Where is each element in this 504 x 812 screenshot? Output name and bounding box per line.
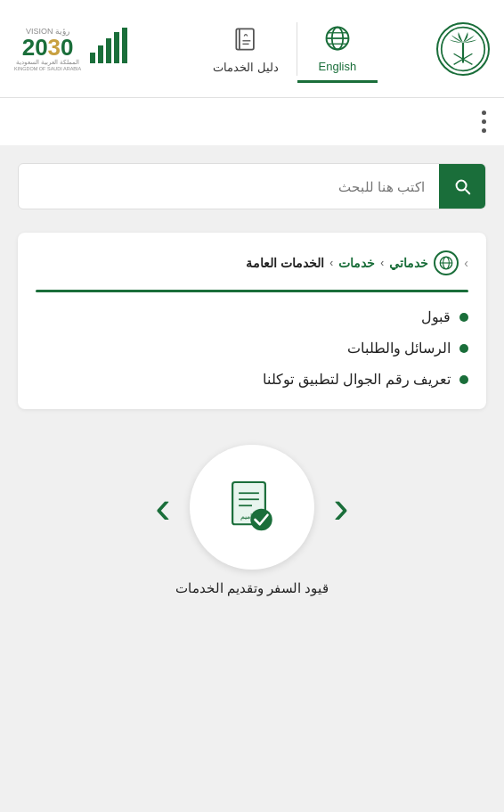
svg-rect-16 (122, 28, 127, 63)
vision-2030-logo: VISION رؤية 2030 المملكة العربية السعودي… (14, 27, 81, 71)
bullet-icon-2 (459, 344, 468, 353)
search-bar (18, 163, 486, 209)
search-button[interactable] (439, 163, 485, 209)
menu-bar (0, 98, 504, 145)
service-item-3[interactable]: تعريف رقم الجوال لتطبيق توكلنا (36, 371, 468, 388)
service-item-2[interactable]: الرسائل والطلبات (36, 340, 468, 357)
government-logo (436, 22, 490, 76)
nav-divider (297, 22, 297, 76)
search-section (0, 145, 504, 218)
chevron-right-icon: › (155, 480, 170, 534)
dot-3 (482, 128, 486, 133)
dot-2 (482, 119, 486, 124)
breadcrumb: › خدماتي › خدمات › الخدمات العامة (36, 250, 468, 275)
breadcrumb-sep-1: › (380, 257, 384, 269)
carousel-icon: تعاميم (216, 472, 288, 543)
carousel-prev-button[interactable]: ‹ (314, 480, 368, 534)
breadcrumb-item-1[interactable]: خدماتي (389, 256, 428, 270)
header-nav: English دليل الخدمات (195, 15, 378, 83)
absha-logo (88, 28, 133, 70)
header: English دليل الخدمات (0, 0, 504, 98)
bullet-icon-3 (459, 375, 468, 384)
service-label-1: قبول (421, 308, 451, 325)
svg-point-25 (250, 509, 272, 531)
service-list: قبول الرسائل والطلبات تعريف رقم الجوال ل… (36, 308, 468, 388)
breadcrumb-arrow: › (464, 256, 468, 270)
carousel-next-button[interactable]: › (136, 480, 190, 534)
services-card: › خدماتي › خدمات › الخدمات العامة قبول ا… (18, 233, 486, 409)
breadcrumb-globe-icon (434, 250, 459, 275)
service-label-3: تعريف رقم الجوال لتطبيق توكلنا (263, 371, 451, 388)
carousel-section: ‹ تعاميم › (0, 427, 504, 618)
search-icon (452, 176, 472, 196)
dot-1 (482, 111, 486, 115)
services-guide-tab[interactable]: دليل الخدمات (195, 15, 297, 83)
svg-rect-13 (98, 45, 103, 63)
services-guide-label: دليل الخدمات (213, 61, 279, 74)
carousel-item-circle[interactable]: تعاميم (190, 445, 314, 570)
svg-rect-15 (114, 32, 119, 63)
breadcrumb-item-2[interactable]: خدمات (338, 256, 375, 270)
svg-rect-14 (106, 38, 111, 63)
section-underline (36, 290, 468, 292)
book-icon (230, 23, 262, 55)
english-tab[interactable]: English (297, 15, 378, 83)
search-input[interactable] (19, 179, 439, 194)
english-label: English (319, 60, 357, 73)
menu-dots[interactable] (482, 111, 486, 133)
vision-logos: VISION رؤية 2030 المملكة العربية السعودي… (14, 27, 136, 71)
breadcrumb-item-3: الخدمات العامة (246, 256, 324, 270)
chevron-left-icon: ‹ (333, 480, 348, 534)
globe-icon (321, 22, 354, 54)
carousel-row: ‹ تعاميم › (9, 445, 495, 570)
service-item-1[interactable]: قبول (36, 308, 468, 325)
bullet-icon-1 (459, 313, 468, 322)
breadcrumb-sep-2: › (329, 257, 333, 269)
carousel-label: قيود السفر وتقديم الخدمات (175, 580, 329, 596)
svg-rect-12 (90, 53, 95, 63)
service-label-2: الرسائل والطلبات (347, 340, 451, 357)
